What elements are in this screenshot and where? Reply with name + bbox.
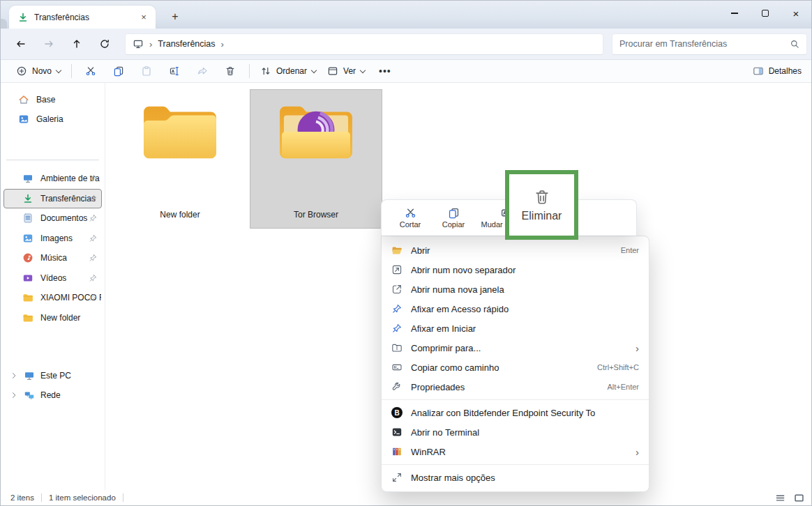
- sidebar-item-new-folder[interactable]: New folder: [3, 308, 102, 328]
- maximize-icon: [762, 10, 769, 17]
- eliminar-annotation-box: Eliminar: [505, 170, 578, 240]
- sidebar-item-base[interactable]: Base: [3, 90, 102, 109]
- menu-item-label: Abrir: [411, 245, 612, 256]
- menu-item-label: Abrir numa nova janela: [411, 284, 639, 295]
- menu-item-afixar-em-iniciar[interactable]: Afixar em Iniciar: [382, 319, 649, 338]
- chevron-down-icon: [360, 67, 366, 72]
- delete-button[interactable]: [216, 62, 244, 80]
- close-button[interactable]: ×: [781, 1, 811, 26]
- delete-quick-action[interactable]: Eliminar: [522, 210, 562, 222]
- menu-item-label: Abrir num novo separador: [411, 265, 639, 275]
- sidebar-item-musica[interactable]: Música: [3, 248, 102, 268]
- details-pane-icon: [753, 66, 764, 77]
- paste-button: [133, 62, 160, 80]
- sidebar-item-rede[interactable]: Rede: [3, 385, 102, 405]
- navigation-pane: BaseGaleria Ambiente de traTransferência…: [1, 83, 105, 490]
- menu-item-label: Comprimir para...: [411, 343, 627, 353]
- file-new-folder[interactable]: New folder: [114, 89, 246, 229]
- open-folder-icon: [391, 245, 403, 256]
- sidebar-item-ambiente-de-tra[interactable]: Ambiente de tra: [3, 169, 102, 189]
- breadcrumb[interactable]: › Transferências ›: [125, 33, 603, 55]
- quickbar-cortar[interactable]: Cortar: [389, 207, 432, 229]
- copy-icon: [448, 207, 460, 219]
- back-button[interactable]: [9, 33, 33, 55]
- new-button[interactable]: Novo: [10, 63, 66, 79]
- path-icon: [391, 362, 403, 373]
- pin-icon: [89, 293, 98, 302]
- zip-icon: [391, 342, 403, 353]
- file-explorer-window: Transferências × + × › Transferências ›: [0, 0, 812, 506]
- document-icon: [22, 213, 33, 224]
- search-icon[interactable]: [790, 39, 799, 49]
- menu-item-shortcut: Alt+Enter: [607, 383, 639, 391]
- cut-button[interactable]: [77, 62, 105, 80]
- menu-item-comprimir-para[interactable]: Comprimir para...›: [382, 338, 649, 358]
- menu-item-winrar[interactable]: WinRAR›: [382, 442, 649, 461]
- forward-button: [37, 33, 61, 55]
- large-icons-view-button[interactable]: [794, 493, 804, 503]
- tab-close-icon[interactable]: ×: [137, 11, 150, 24]
- this-pc-icon[interactable]: [133, 38, 144, 49]
- file-tor-browser[interactable]: Tor Browser: [250, 89, 382, 229]
- pin-icon: [89, 273, 98, 282]
- tor-folder-icon: [275, 101, 357, 171]
- details-button[interactable]: Detalhes: [753, 66, 802, 77]
- trash-icon: [533, 188, 551, 206]
- menu-item-abrir-num-novo-separador[interactable]: Abrir num novo separador: [382, 260, 649, 279]
- open-window-icon: [391, 284, 403, 295]
- sort-button-label: Ordenar: [276, 66, 307, 76]
- music-icon: [22, 252, 33, 263]
- menu-item-mostrar-mais-opcoes[interactable]: Mostrar mais opções: [382, 468, 649, 487]
- sidebar-item-label: Galeria: [36, 114, 101, 124]
- quickbar-copiar[interactable]: Copiar: [432, 207, 475, 229]
- details-view-button[interactable]: [775, 493, 785, 503]
- sort-button[interactable]: Ordenar: [255, 63, 322, 79]
- copy-button[interactable]: [105, 62, 133, 80]
- breadcrumb-separator: ›: [149, 39, 152, 49]
- new-tab-button[interactable]: +: [167, 8, 183, 25]
- sidebar-item-videos[interactable]: Vídeos: [3, 268, 102, 289]
- details-button-label: Detalhes: [769, 66, 802, 76]
- sidebar-item-xiaomi-poco-f[interactable]: XIAOMI POCO F: [3, 288, 102, 308]
- menu-item-copiar-como-caminho[interactable]: Copiar como caminhoCtrl+Shift+C: [382, 358, 649, 377]
- sidebar-item-imagens[interactable]: Imagens: [3, 229, 102, 249]
- menu-item-label: Propriedades: [411, 382, 599, 392]
- pictures-icon: [22, 233, 33, 244]
- quickbar-label: Copiar: [442, 220, 465, 229]
- sidebar-item-este-pc[interactable]: Este PC: [3, 366, 102, 385]
- menu-item-label: Mostrar mais opções: [411, 473, 639, 483]
- menu-item-abrir[interactable]: AbrirEnter: [382, 240, 649, 260]
- winrar-icon: [391, 446, 403, 457]
- menu-item-propriedades[interactable]: PropriedadesAlt+Enter: [382, 377, 649, 397]
- context-menu: AbrirEnterAbrir num novo separadorAbrir …: [381, 236, 649, 492]
- menu-divider: [382, 464, 649, 465]
- pin-icon: [89, 174, 98, 183]
- view-toggles: [775, 493, 811, 503]
- up-button[interactable]: [65, 33, 89, 55]
- breadcrumb-separator: ›: [221, 39, 224, 49]
- menu-item-analizar-con-bitdefender-endpoint-security-to[interactable]: BAnalizar con Bitdefender Endpoint Secur…: [382, 403, 649, 422]
- refresh-button[interactable]: [93, 33, 116, 55]
- sidebar-item-transferencias[interactable]: Transferências: [3, 189, 102, 209]
- menu-item-abrir-numa-nova-janela[interactable]: Abrir numa nova janela: [382, 279, 649, 299]
- sidebar-item-galeria[interactable]: Galeria: [3, 109, 102, 129]
- menu-item-abrir-no-terminal[interactable]: Abrir no Terminal: [382, 422, 649, 442]
- maximize-button[interactable]: [750, 1, 781, 26]
- quickbar-label: Cortar: [400, 220, 421, 229]
- minimize-button[interactable]: [719, 1, 750, 26]
- nav-buttons: [1, 33, 116, 55]
- search-input[interactable]: [619, 39, 785, 49]
- rename-button[interactable]: [160, 62, 188, 80]
- menu-item-afixar-em-acesso-rapido[interactable]: Afixar em Acesso rápido: [382, 299, 649, 319]
- gallery-icon: [18, 114, 29, 125]
- more-button[interactable]: •••: [370, 66, 400, 77]
- menu-item-shortcut: Ctrl+Shift+C: [597, 363, 639, 371]
- view-button[interactable]: Ver: [322, 63, 370, 79]
- pin-icon: [89, 233, 98, 243]
- breadcrumb-location[interactable]: Transferências: [158, 39, 215, 49]
- view-button-label: Ver: [343, 66, 356, 76]
- tab-transferencias[interactable]: Transferências ×: [9, 6, 156, 29]
- sidebar-item-label: Este PC: [40, 371, 101, 381]
- desktop-icon: [22, 173, 33, 184]
- sidebar-item-documentos[interactable]: Documentos: [3, 208, 102, 229]
